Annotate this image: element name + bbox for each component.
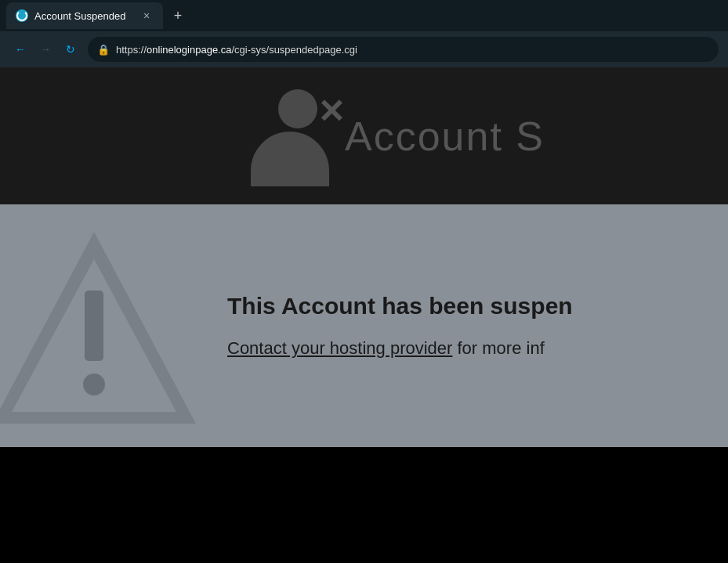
active-tab[interactable]: Account Suspended ×	[6, 2, 163, 29]
url-protocol: https://	[116, 44, 147, 56]
exclamation-bar	[85, 291, 103, 361]
url-bar[interactable]: 🔒 https://onlineloginpage.ca/cgi-sys/sus…	[88, 37, 719, 62]
page-header: ✕ Account S	[0, 67, 728, 204]
account-suspended-title: Account S	[345, 113, 545, 160]
url-path: /cgi-sys/suspendedpage.cgi	[231, 44, 357, 56]
browser-chrome: Account Suspended × + ← → ↻ 🔒 https://on…	[0, 0, 728, 67]
nav-buttons: ← → ↻	[9, 38, 81, 60]
warning-section: This Account has been suspen Contact you…	[0, 204, 728, 447]
url-domain: onlineloginpage.ca	[147, 44, 231, 56]
page-content: ✕ Account S This Account has been suspen	[0, 67, 728, 563]
contact-hosting-link[interactable]: Contact your hosting provider	[227, 338, 452, 358]
address-bar: ← → ↻ 🔒 https://onlineloginpage.ca/cgi-s…	[0, 31, 728, 67]
warning-triangle-container	[0, 216, 204, 435]
warning-triangle-svg	[0, 216, 204, 435]
x-mark-icon: ✕	[317, 96, 345, 128]
tab-bar: Account Suspended × +	[0, 0, 728, 31]
user-body-shape	[251, 132, 329, 186]
new-tab-button[interactable]: +	[166, 4, 190, 27]
reload-button[interactable]: ↻	[60, 38, 81, 60]
warning-text-area: This Account has been suspen Contact you…	[212, 277, 589, 374]
user-icon-container: ✕ Account S	[251, 89, 545, 183]
tab-close-button[interactable]: ×	[139, 9, 154, 23]
lock-icon: 🔒	[97, 44, 110, 56]
url-text: https://onlineloginpage.ca/cgi-sys/suspe…	[116, 44, 357, 56]
suspended-heading: This Account has been suspen	[227, 293, 573, 319]
user-icon: ✕	[251, 89, 337, 183]
back-button[interactable]: ←	[9, 38, 31, 60]
tab-title: Account Suspended	[34, 10, 125, 22]
tab-favicon-icon	[16, 9, 28, 22]
exclamation-dot	[83, 374, 105, 395]
contact-line: Contact your hosting provider for more i…	[227, 338, 573, 359]
user-head-shape	[278, 89, 317, 128]
forward-button[interactable]: →	[34, 38, 56, 60]
contact-suffix: for more inf	[452, 338, 544, 358]
